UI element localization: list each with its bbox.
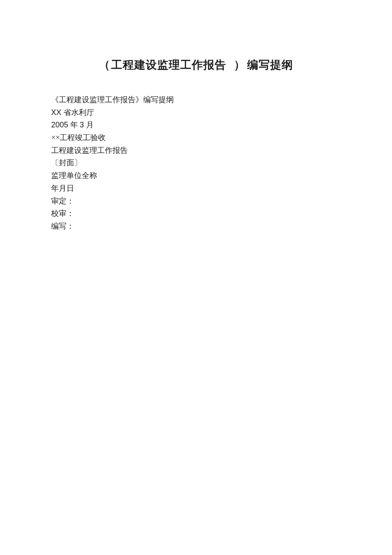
document-page: （工程建设监理工作报告）编写提纲 《工程建设监理工作报告》编写提纲 XX 省水利…: [0, 0, 392, 233]
title-paren-open: （: [99, 58, 110, 71]
body-line: 工程建设监理工作报告: [51, 144, 341, 157]
page-title: （工程建设监理工作报告）编写提纲: [51, 58, 341, 72]
body-line: 年月日: [51, 182, 341, 195]
body-line: 监理单位全称: [51, 170, 341, 182]
latin-text: XX: [51, 108, 61, 117]
body-line: XX 省水利厅: [51, 106, 341, 119]
body-line: 〔封面〕: [51, 157, 341, 170]
title-paren-close: ）: [234, 58, 245, 71]
title-suffix: 编写提纲: [247, 58, 293, 71]
document-body: 《工程建设监理工作报告》编写提纲 XX 省水利厅 2005 年 3 月 ××工程…: [51, 94, 341, 233]
body-line: 2005 年 3 月: [51, 119, 341, 132]
body-line: 审定：: [51, 195, 341, 208]
body-line: 编写：: [51, 220, 341, 233]
latin-text: 2005: [51, 121, 68, 129]
body-line: ××工程竣工验收: [51, 132, 341, 144]
body-line: 《工程建设监理工作报告》编写提纲: [51, 94, 341, 106]
title-inner-text: 工程建设监理工作报告: [111, 58, 226, 71]
latin-text: 3: [80, 121, 84, 129]
body-line: 校审：: [51, 207, 341, 220]
